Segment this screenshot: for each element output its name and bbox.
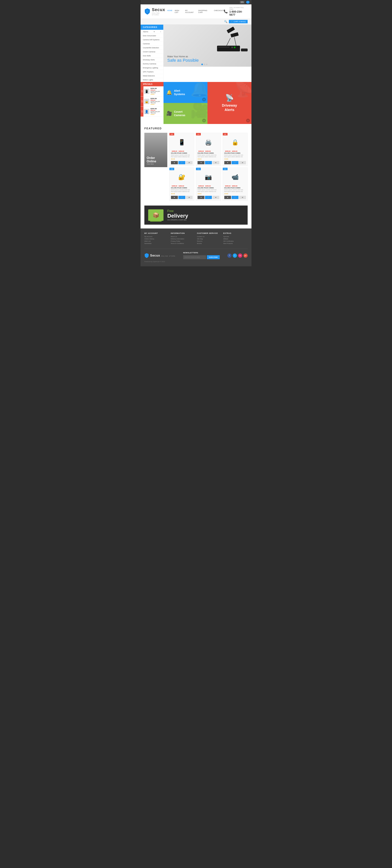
footer-link-sitemap[interactable]: Site Map [197, 238, 221, 240]
logo-area: Secux ONLINE STORE [144, 7, 167, 16]
footer-link-new-products[interactable]: New Products [223, 243, 248, 244]
sidebar-item-motion-lights[interactable]: Motion Lights [141, 78, 163, 82]
newsletter-input[interactable] [183, 255, 206, 259]
sidebar-item-door-bells[interactable]: Door Bells [141, 54, 163, 58]
footer-link-gift[interactable]: Gift Certificates [223, 240, 248, 242]
nav-home[interactable]: HOME [167, 9, 172, 13]
wishlist-btn-5[interactable]: ★ [198, 196, 204, 199]
footer-link-contact[interactable]: Contact Us [197, 236, 221, 238]
sidebar-item-driveway-alerts[interactable]: Driveway Alerts [141, 58, 163, 62]
wishlist-btn-6[interactable]: ★ [224, 196, 231, 199]
phone-icon: 📞 [224, 9, 228, 13]
product-badge-4: new [169, 168, 174, 170]
svg-rect-4 [241, 49, 248, 51]
footer-link-specials[interactable]: Specials [223, 236, 248, 238]
sidebar-item-door-annunciator[interactable]: Door Annunciator [141, 34, 163, 38]
order-online-card[interactable]: OrderOnline Click Here [144, 133, 167, 167]
category-card-covert[interactable]: 🎥 🎥 CovertCameras › [164, 103, 207, 124]
add-to-cart-btn-1[interactable]: 🛒 [178, 161, 185, 164]
language-button[interactable]: EN [240, 1, 245, 4]
category-card-driveway[interactable]: 📡 📡 DrivewayAlerts › [207, 82, 251, 124]
compare-btn-2[interactable]: ⇄ [213, 161, 219, 164]
footer-link-my-account[interactable]: My Account [144, 236, 169, 238]
wishlist-btn-4[interactable]: ★ [171, 196, 178, 199]
twitter-icon[interactable]: t [233, 253, 237, 258]
wishlist-btn-1[interactable]: ★ [171, 161, 178, 164]
compare-btn-4[interactable]: ⇄ [186, 196, 193, 199]
covert-arrow[interactable]: › [202, 119, 206, 122]
main-content: CATEGORIES Alarms ▾ Door Annunciator Cam… [141, 25, 251, 82]
hero-dot-3[interactable] [206, 64, 207, 65]
compare-btn-5[interactable]: ⇄ [213, 196, 219, 199]
footer-link-orders[interactable]: Orders History [144, 238, 169, 240]
hero-dots [201, 64, 207, 65]
footer-link-privacy[interactable]: Privacy Policy [171, 240, 195, 242]
footer-link-about[interactable]: About Us [171, 236, 195, 238]
special-product-img-2: 🔒 [144, 99, 149, 104]
cart-button[interactable]: 🛒 CART: 0 item(s) [229, 20, 248, 23]
add-to-cart-btn-2[interactable]: 🛒 [205, 161, 212, 164]
nav-wishlist[interactable]: WISH LIST [175, 9, 183, 13]
alert-arrow[interactable]: › [202, 98, 206, 101]
sidebar-item-gps-trackers[interactable]: GPS Trackers [141, 70, 163, 74]
sidebar-item-covert-cameras[interactable]: Covert Cameras [141, 50, 163, 54]
add-to-cart-btn-5[interactable]: 🛒 [205, 196, 212, 199]
special-item-2: sale 🔒 $250.99 $300.00 ALIDU DOLOR TELLU… [141, 96, 164, 106]
footer-link-returns[interactable]: Returns [197, 240, 221, 242]
wishlist-btn-2[interactable]: ★ [198, 161, 204, 164]
footer-link-brands[interactable]: Brands [197, 243, 221, 244]
footer-link-terms[interactable]: Terms & Conditions [171, 243, 195, 244]
add-to-cart-btn-6[interactable]: 🛒 [231, 196, 239, 199]
promo-section: SPECIALS sale 📱 $250.99 $300.00 ALIDU DO… [141, 82, 251, 124]
hero-dot-1[interactable] [201, 64, 203, 65]
instagram-icon[interactable]: in [238, 253, 242, 258]
sidebar-item-counterfeit[interactable]: Counterfeit Detection [141, 46, 163, 50]
footer-col-info-title: INFORMATION [171, 232, 195, 234]
footer-col-account: MY ACCOUNT My Account Orders History Wis… [144, 232, 169, 245]
sidebar-title: CATEGORIES [141, 25, 163, 30]
product-stars-3: ★★★ [224, 158, 246, 160]
sidebar-item-camera-drill[interactable]: Camera Drill Systems [141, 38, 163, 42]
compare-btn-3[interactable]: ⇄ [239, 161, 246, 164]
footer-link-newsletter[interactable]: Newsletter [144, 243, 169, 244]
special-product-img-3: 👤 [144, 109, 149, 114]
delivery-box-icon: 📦 [148, 209, 164, 221]
delivery-text: Free Delivery ON ORDERS OVER $99 [164, 206, 192, 225]
nav-account[interactable]: MY ACCOUNT [185, 9, 196, 13]
page-wrapper: EN 1 Secux ONLINE STORE HOME WISH LIST M… [141, 0, 251, 266]
hero-dot-2[interactable] [204, 64, 205, 65]
nav-cart[interactable]: SHOPPING CART [198, 9, 212, 13]
footer-link-affiliate[interactable]: Affiliate [223, 238, 248, 240]
product-card-1: sale 📱 $355.00 $450.00 DOLORE IPSUM COMM… [169, 133, 194, 166]
sidebar-item-dummy-cameras[interactable]: Dummy Cameras [141, 62, 163, 66]
footer-col-info: INFORMATION About Us Delivery Informatio… [171, 232, 195, 245]
product-desc-1: Dolore ipsum commis amet sed. Num ipsum … [171, 154, 193, 158]
driveway-arrow[interactable]: › [246, 119, 250, 122]
footer-col-service: CUSTOMER SERVICE Contact Us Site Map Ret… [197, 232, 221, 245]
hero-text: Make Your Home as Safe as Possible [167, 55, 199, 63]
newsletter-subscribe-button[interactable]: SUBSCRIBE [207, 255, 220, 259]
sidebar-item-alarms[interactable]: Alarms ▾ [141, 30, 163, 34]
sidebar-item-emergency-lighting[interactable]: Emergency Lighting [141, 66, 163, 70]
add-to-cart-btn-4[interactable]: 🛒 [178, 196, 185, 199]
compare-btn-6[interactable]: ⇄ [239, 196, 246, 199]
special-oldprice-3: $300.00 [150, 110, 162, 111]
product-stars-2: ★★★ [198, 158, 219, 160]
wishlist-btn-3[interactable]: ★ [224, 161, 231, 164]
special-stars-1: ★★★ [150, 93, 162, 95]
product-stars-4: ★★★ [171, 193, 193, 195]
product-desc-5: Dolore ipsum commis amet sed. Num ipsum … [198, 189, 219, 192]
facebook-icon[interactable]: f [227, 253, 231, 258]
footer-link-wishlist[interactable]: Wish List [144, 240, 169, 242]
category-card-alert[interactable]: 🔔 🔔 AlertSystems › [164, 82, 207, 103]
product-name-3: DOLORE IPSUM COMMIS [224, 152, 246, 154]
compare-btn-1[interactable]: ⇄ [186, 161, 193, 164]
sidebar-item-metal-detectors[interactable]: Metal Detectors [141, 74, 163, 78]
footer-link-delivery-info[interactable]: Delivery Information [171, 238, 195, 240]
special-info-1: $250.99 $300.00 ALIDU DOLOR TELLUS ★★★ [150, 88, 162, 95]
nav-checkout[interactable]: CHECKOUT [214, 9, 224, 13]
product-desc-3: Dolore ipsum commis amet sed. Num ipsum … [224, 154, 246, 158]
googleplus-icon[interactable]: g+ [244, 253, 248, 258]
sidebar-item-cameras[interactable]: Cameras [141, 42, 163, 46]
add-to-cart-btn-3[interactable]: 🛒 [231, 161, 239, 164]
